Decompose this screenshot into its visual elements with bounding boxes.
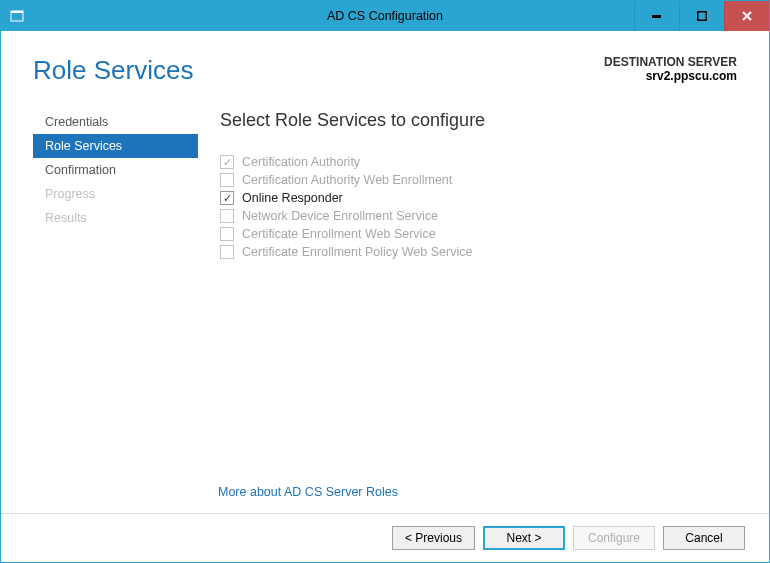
role-service-label: Certification Authority — [242, 155, 360, 169]
svg-rect-1 — [11, 11, 23, 13]
previous-button[interactable]: < Previous — [392, 526, 475, 550]
destination-block: DESTINATION SERVER srv2.ppscu.com — [604, 55, 737, 83]
wizard-footer: < Previous Next > Configure Cancel — [1, 513, 769, 562]
wizard-step[interactable]: Credentials — [33, 110, 198, 134]
wizard-step: Progress — [33, 182, 198, 206]
checkbox-icon — [220, 173, 234, 187]
maximize-button[interactable] — [679, 1, 724, 31]
role-service-row: Network Device Enrollment Service — [220, 207, 737, 225]
checkbox-icon — [220, 245, 234, 259]
close-button[interactable] — [724, 1, 769, 31]
role-service-row: Certificate Enrollment Web Service — [220, 225, 737, 243]
main-panel: Select Role Services to configure ✓Certi… — [198, 110, 737, 261]
titlebar: AD CS Configuration — [1, 1, 769, 31]
wizard-step: Results — [33, 206, 198, 230]
role-service-label: Online Responder — [242, 191, 343, 205]
wizard-steps-sidebar: CredentialsRole ServicesConfirmationProg… — [33, 110, 198, 261]
role-service-row: ✓Certification Authority — [220, 153, 737, 171]
checkbox-icon — [220, 209, 234, 223]
role-service-row: Certificate Enrollment Policy Web Servic… — [220, 243, 737, 261]
role-services-checklist: ✓Certification AuthorityCertification Au… — [220, 153, 737, 261]
next-button[interactable]: Next > — [483, 526, 565, 550]
wizard-step[interactable]: Role Services — [33, 134, 198, 158]
section-heading: Select Role Services to configure — [220, 110, 737, 131]
app-icon — [9, 8, 25, 24]
header-row: Role Services DESTINATION SERVER srv2.pp… — [33, 55, 737, 86]
checkbox-icon: ✓ — [220, 155, 234, 169]
checkbox-icon — [220, 227, 234, 241]
configure-button[interactable]: Configure — [573, 526, 655, 550]
svg-rect-3 — [698, 12, 707, 21]
svg-rect-2 — [652, 15, 661, 18]
role-service-label: Certificate Enrollment Web Service — [242, 227, 436, 241]
page-title: Role Services — [33, 55, 193, 86]
window-controls — [634, 1, 769, 31]
destination-label: DESTINATION SERVER — [604, 55, 737, 69]
role-service-row: Certification Authority Web Enrollment — [220, 171, 737, 189]
role-service-label: Certificate Enrollment Policy Web Servic… — [242, 245, 472, 259]
wizard-step[interactable]: Confirmation — [33, 158, 198, 182]
wizard-content: Role Services DESTINATION SERVER srv2.pp… — [1, 31, 769, 513]
destination-server: srv2.ppscu.com — [604, 69, 737, 83]
checkbox-icon[interactable]: ✓ — [220, 191, 234, 205]
more-about-link[interactable]: More about AD CS Server Roles — [218, 485, 398, 499]
minimize-button[interactable] — [634, 1, 679, 31]
role-service-label: Certification Authority Web Enrollment — [242, 173, 452, 187]
body-area: CredentialsRole ServicesConfirmationProg… — [33, 110, 737, 261]
role-service-label: Network Device Enrollment Service — [242, 209, 438, 223]
role-service-row[interactable]: ✓Online Responder — [220, 189, 737, 207]
cancel-button[interactable]: Cancel — [663, 526, 745, 550]
